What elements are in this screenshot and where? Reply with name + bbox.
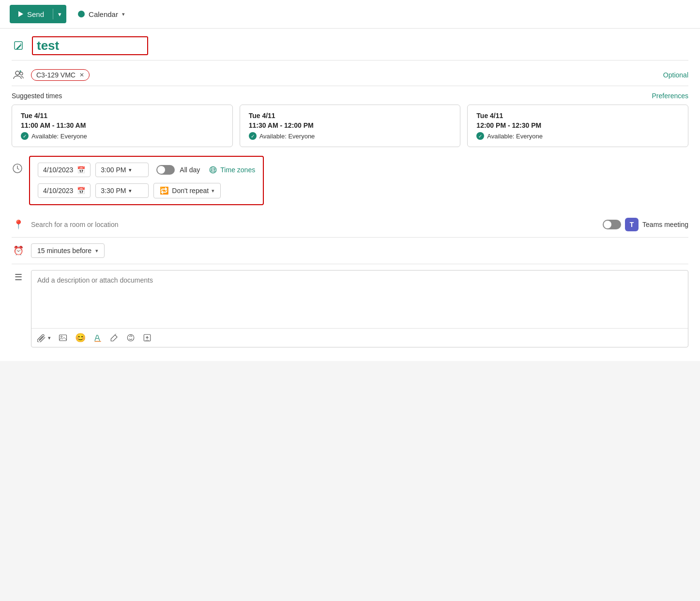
- svg-point-7: [61, 336, 62, 337]
- end-datetime-row: 4/10/2023 📅 3:30 PM ▾ 🔁 Don't repeat ▾: [38, 183, 255, 198]
- time-card-3-avail: ✓ Available: Everyone: [476, 132, 679, 140]
- chip-close-icon[interactable]: ✕: [79, 72, 84, 78]
- allday-label: All day: [180, 166, 200, 174]
- start-time-chevron-icon: ▾: [129, 167, 132, 173]
- export-icon[interactable]: [143, 333, 152, 342]
- time-card-2-avail: ✓ Available: Everyone: [249, 132, 452, 140]
- start-time-select[interactable]: 3:00 PM ▾: [95, 163, 149, 177]
- svg-point-2: [20, 72, 23, 75]
- calendar-label: Calendar: [89, 10, 118, 18]
- title-input[interactable]: [37, 38, 143, 53]
- send-icon: [18, 11, 23, 17]
- start-date-input[interactable]: 4/10/2023 📅: [38, 163, 91, 177]
- send-button[interactable]: Send: [10, 5, 53, 23]
- top-bar: Send ▾ Calendar ▾: [0, 0, 700, 29]
- optional-link[interactable]: Optional: [663, 71, 688, 79]
- datetime-wrapper: 4/10/2023 📅 3:00 PM ▾ All day: [12, 156, 688, 212]
- repeat-chevron-icon: ▾: [212, 188, 214, 194]
- title-row: [12, 36, 688, 55]
- reminder-chevron-icon: ▾: [95, 248, 98, 254]
- loop-icon[interactable]: [126, 333, 135, 342]
- repeat-icon: 🔁: [160, 186, 169, 195]
- description-box: ▾ 😊: [31, 270, 688, 347]
- start-time-value: 3:00 PM: [101, 166, 126, 174]
- time-card-1-avail: ✓ Available: Everyone: [21, 132, 224, 140]
- font-color-icon[interactable]: [93, 333, 102, 342]
- location-icon: 📍: [12, 219, 25, 230]
- reminder-icon: ⏰: [12, 245, 25, 256]
- suggested-times-label: Suggested times: [12, 92, 62, 100]
- reminder-value: 15 minutes before: [37, 247, 91, 255]
- reminder-select[interactable]: 15 minutes before ▾: [31, 243, 105, 258]
- allday-section: All day: [156, 165, 200, 175]
- send-button-group: Send ▾: [10, 5, 66, 23]
- suggested-times-header: Suggested times Preferences: [12, 92, 688, 100]
- calendar-chevron-icon: ▾: [122, 11, 125, 17]
- svg-point-9: [127, 334, 134, 341]
- send-label: Send: [27, 10, 44, 18]
- attach-chevron-icon: ▾: [48, 335, 51, 341]
- allday-toggle[interactable]: [156, 165, 175, 175]
- image-icon[interactable]: [59, 333, 67, 342]
- time-card-3[interactable]: Tue 4/11 12:00 PM - 12:30 PM ✓ Available…: [467, 105, 688, 147]
- timezone-label: Time zones: [220, 166, 255, 174]
- end-date-value: 4/10/2023: [43, 187, 73, 195]
- repeat-label: Don't repeat: [172, 187, 209, 195]
- avail-check-icon-2: ✓: [249, 132, 257, 140]
- description-icon: ☰: [12, 272, 25, 283]
- description-input[interactable]: [31, 270, 688, 328]
- end-time-select[interactable]: 3:30 PM ▾: [95, 183, 149, 198]
- timezone-button[interactable]: Time zones: [209, 165, 255, 174]
- title-input-wrapper: [32, 36, 148, 55]
- attendees-icon: [12, 68, 25, 82]
- time-card-2-range: 11:30 AM - 12:00 PM: [249, 121, 452, 129]
- time-cards: Tue 4/11 11:00 AM - 11:30 AM ✓ Available…: [12, 105, 688, 147]
- repeat-button[interactable]: 🔁 Don't repeat ▾: [153, 183, 221, 198]
- attendees-row: C3-129 VMC ✕ Optional: [12, 64, 688, 86]
- calendar-status-dot: [78, 11, 85, 17]
- teams-section: T Teams meeting: [603, 218, 688, 231]
- time-card-1-date: Tue 4/11: [21, 112, 224, 120]
- time-card-1-avail-label: Available: Everyone: [31, 133, 87, 140]
- time-card-3-date: Tue 4/11: [476, 112, 679, 120]
- svg-point-1: [15, 71, 19, 75]
- teams-meeting-toggle[interactable]: [603, 220, 621, 229]
- end-time-chevron-icon: ▾: [129, 188, 132, 194]
- start-date-calendar-icon: 📅: [77, 166, 85, 174]
- emoji-icon[interactable]: 😊: [75, 332, 86, 343]
- preferences-link[interactable]: Preferences: [652, 92, 688, 100]
- end-date-calendar-icon: 📅: [77, 187, 85, 195]
- description-row: ☰ ▾ 😊: [12, 264, 688, 353]
- attendee-chip-label: C3-129 VMC: [36, 71, 76, 79]
- datetime-section: 4/10/2023 📅 3:00 PM ▾ All day: [29, 156, 264, 205]
- highlight-icon[interactable]: [110, 333, 119, 342]
- clock-icon: [12, 156, 23, 177]
- avail-check-icon-1: ✓: [21, 132, 29, 140]
- svg-rect-6: [60, 335, 67, 341]
- location-row: 📍 T Teams meeting: [12, 212, 688, 238]
- send-dropdown-chevron: ▾: [58, 11, 61, 18]
- time-card-2[interactable]: Tue 4/11 11:30 AM - 12:00 PM ✓ Available…: [240, 105, 461, 147]
- edit-icon: [12, 39, 26, 53]
- time-card-1[interactable]: Tue 4/11 11:00 AM - 11:30 AM ✓ Available…: [12, 105, 233, 147]
- avail-check-icon-3: ✓: [476, 132, 484, 140]
- description-toolbar: ▾ 😊: [31, 328, 688, 347]
- attendee-chip[interactable]: C3-129 VMC ✕: [31, 69, 90, 81]
- start-datetime-row: 4/10/2023 📅 3:00 PM ▾ All day: [38, 163, 255, 177]
- start-date-value: 4/10/2023: [43, 166, 73, 174]
- time-card-2-avail-label: Available: Everyone: [259, 133, 315, 140]
- attach-icon[interactable]: ▾: [37, 333, 51, 342]
- end-date-input[interactable]: 4/10/2023 📅: [38, 183, 91, 198]
- reminder-row: ⏰ 15 minutes before ▾: [12, 238, 688, 264]
- time-card-2-date: Tue 4/11: [249, 112, 452, 120]
- calendar-selector[interactable]: Calendar ▾: [74, 8, 129, 20]
- main-content: C3-129 VMC ✕ Optional Suggested times Pr…: [0, 29, 700, 361]
- send-dropdown-button[interactable]: ▾: [53, 5, 66, 23]
- time-card-3-avail-label: Available: Everyone: [487, 133, 543, 140]
- svg-rect-8: [94, 341, 101, 342]
- location-input[interactable]: [31, 221, 597, 228]
- time-card-3-range: 12:00 PM - 12:30 PM: [476, 121, 679, 129]
- time-card-1-range: 11:00 AM - 11:30 AM: [21, 121, 224, 129]
- end-time-value: 3:30 PM: [101, 187, 126, 195]
- title-divider: [12, 60, 688, 60]
